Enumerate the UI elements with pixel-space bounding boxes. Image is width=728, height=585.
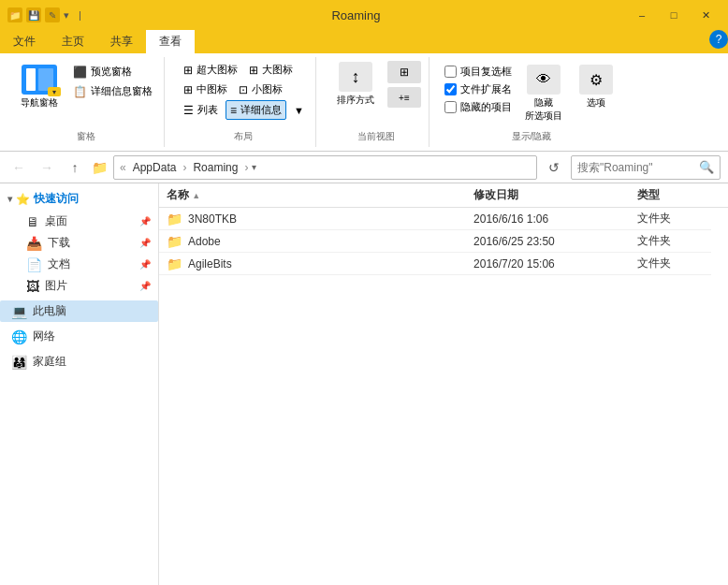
file-name-2: AgileBits [188, 257, 232, 271]
sidebar-item-this-pc[interactable]: 💻 此电脑 [0, 300, 158, 322]
file-name-1: Adobe [188, 235, 221, 248]
title-bar-icons: 📁 💾 ✎ ▾ [7, 7, 69, 22]
preview-pane-button[interactable]: ⬛ 预览窗格 [69, 63, 156, 80]
sidebar-item-downloads[interactable]: 📥 下载 📌 [15, 232, 158, 254]
star-icon: ⭐ [16, 193, 30, 206]
table-row[interactable]: 📁 3N80TKB 2016/6/16 1:06 文件夹 [159, 208, 728, 230]
help-button[interactable]: ? [709, 30, 728, 49]
ribbon-content: ▾ 导航窗格 ⬛ 预览窗格 📋 详细信息窗格 窗格 [0, 53, 728, 151]
forward-button[interactable]: → [36, 156, 58, 179]
quick-access-label: 快速访问 [34, 191, 79, 207]
maximize-button[interactable]: □ [659, 6, 689, 24]
tab-share[interactable]: 共享 [97, 30, 146, 53]
hide-selected-label: 隐藏 所选项目 [525, 96, 562, 123]
quick-access-chevron: ▾ [7, 194, 12, 204]
search-icon: 🔍 [699, 160, 714, 174]
table-row[interactable]: 📁 AgileBits 2016/7/20 15:06 文件夹 [159, 253, 728, 275]
network-icon: 🌐 [11, 329, 27, 344]
file-ext-label: 文件扩展名 [460, 82, 512, 96]
hidden-items-input[interactable] [444, 101, 457, 113]
nav-pane-button[interactable]: ▾ 导航窗格 [15, 61, 64, 113]
details-pane-button[interactable]: 📋 详细信息窗格 [69, 82, 156, 100]
network-label: 网络 [33, 329, 55, 344]
quick-access-items: 🖥 桌面 📌 📥 下载 📌 📄 文档 📌 🖼 图片 📌 [0, 211, 158, 297]
details-label: 详细信息 [240, 103, 282, 117]
extra-large-label: 超大图标 [197, 63, 238, 77]
pin-icon-docs: 📌 [139, 259, 151, 270]
file-date-2: 2016/7/20 15:06 [466, 253, 630, 275]
large-icon-button[interactable]: ⊞ 大图标 [245, 61, 297, 79]
back-button[interactable]: ← [7, 156, 30, 179]
item-checkbox-option[interactable]: 项目复选框 [444, 65, 512, 79]
extra-large-icon-button[interactable]: ⊞ 超大图标 [180, 61, 241, 79]
path-dropdown[interactable]: ▾ [252, 162, 256, 172]
details-pane-label: 详细信息窗格 [91, 84, 153, 98]
up-button[interactable]: ↑ [64, 156, 86, 179]
file-type-1: 文件夹 [630, 230, 711, 253]
search-input[interactable] [577, 161, 699, 174]
add-column-button[interactable]: +≡ [387, 87, 421, 108]
item-checkbox-input[interactable] [444, 66, 457, 78]
network-group: 🌐 网络 [0, 326, 158, 347]
current-view-group: ↕ 排序方式 ⊞ +≡ 当前视图 [324, 57, 430, 147]
group-by-button[interactable]: ⊞ [387, 61, 421, 83]
sidebar-item-pictures[interactable]: 🖼 图片 📌 [15, 275, 158, 297]
hidden-items-option[interactable]: 隐藏的项目 [444, 100, 512, 114]
tab-file[interactable]: 文件 [0, 30, 49, 53]
medium-icon-button[interactable]: ⊞ 中图标 [180, 80, 231, 98]
table-row[interactable]: 📁 Adobe 2016/6/25 23:50 文件夹 [159, 230, 728, 253]
file-name-0: 3N80TKB [188, 212, 237, 226]
title-icon-1: 📁 [7, 7, 22, 22]
options-button[interactable]: ⚙ 选项 [574, 61, 619, 126]
hide-selected-button[interactable]: 👁 隐藏 所选项目 [519, 61, 568, 126]
list-label: 列表 [197, 103, 218, 117]
options-label: 选项 [587, 96, 605, 110]
quick-access-header[interactable]: ▾ ⭐ 快速访问 [0, 187, 158, 211]
title-icon-3: ✎ [45, 7, 60, 22]
pin-icon-downloads: 📌 [139, 238, 151, 248]
tab-home[interactable]: 主页 [49, 30, 97, 53]
minimize-button[interactable]: – [627, 6, 657, 24]
file-area: 名称 ▲ 修改日期 类型 📁 3N80TKB 2016/6/16 1:06 文件… [159, 183, 728, 585]
path-arrow-1: › [182, 161, 186, 174]
quick-access-group: ▾ ⭐ 快速访问 🖥 桌面 📌 📥 下载 📌 📄 文档 📌 [0, 187, 158, 297]
downloads-icon: 📥 [26, 236, 42, 251]
sidebar-item-network[interactable]: 🌐 网络 [0, 326, 158, 347]
sort-label: 排序方式 [337, 94, 374, 107]
this-pc-group: 💻 此电脑 [0, 300, 158, 322]
folder-icon-2: 📁 [167, 256, 182, 271]
homegroup-icon: 👨‍👩‍👧 [11, 355, 27, 370]
layout-group: ⊞ 超大图标 ⊞ 大图标 ⊞ 中图标 ⊡ 小图标 [172, 57, 316, 147]
medium-icon-label: 中图标 [197, 82, 227, 96]
desktop-label: 桌面 [45, 213, 67, 229]
col-header-type[interactable]: 类型 [630, 183, 711, 208]
list-view-button[interactable]: ☰ 列表 [180, 100, 222, 120]
file-ext-option[interactable]: 文件扩展名 [444, 82, 512, 96]
preview-pane-label: 预览窗格 [91, 65, 132, 79]
nav-pane-label: 导航窗格 [21, 96, 58, 110]
this-pc-label: 此电脑 [33, 303, 66, 319]
refresh-button[interactable]: ↺ [543, 156, 565, 179]
file-table: 名称 ▲ 修改日期 类型 📁 3N80TKB 2016/6/16 1:06 文件… [159, 183, 728, 275]
col-header-date[interactable]: 修改日期 [466, 183, 630, 208]
sidebar-item-desktop[interactable]: 🖥 桌面 📌 [15, 211, 158, 232]
pictures-icon: 🖼 [26, 279, 39, 294]
show-hide-group: 项目复选框 文件扩展名 隐藏的项目 👁 [437, 57, 626, 147]
documents-icon: 📄 [26, 257, 42, 272]
title-bar-separator: ▾ [64, 9, 69, 22]
sort-button[interactable]: ↕ 排序方式 [331, 58, 380, 110]
file-ext-input[interactable] [444, 83, 457, 95]
path-appdata[interactable]: AppData [130, 159, 180, 176]
close-button[interactable]: ✕ [691, 6, 721, 24]
layout-dropdown[interactable]: ▼ [290, 100, 308, 120]
details-view-button[interactable]: ≡ 详细信息 [226, 100, 286, 120]
folder-icon-1: 📁 [167, 234, 182, 249]
path-roaming[interactable]: Roaming [190, 159, 240, 176]
path-sep-1: « [120, 161, 126, 174]
col-header-name[interactable]: 名称 ▲ [159, 183, 466, 208]
sidebar-item-documents[interactable]: 📄 文档 📌 [15, 254, 158, 275]
small-icon-button[interactable]: ⊡ 小图标 [235, 80, 286, 98]
tab-view[interactable]: 查看 [146, 30, 195, 53]
sidebar-item-homegroup[interactable]: 👨‍👩‍👧 家庭组 [0, 351, 158, 373]
ribbon-tabs: 文件 主页 共享 查看 ? [0, 30, 728, 53]
